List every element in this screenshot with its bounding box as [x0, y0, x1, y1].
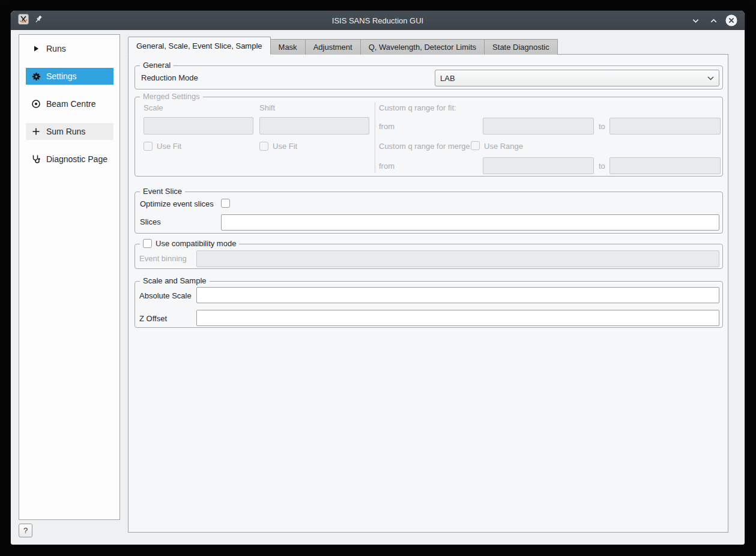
use-fit-shift-label: Use Fit: [273, 142, 297, 151]
use-compatibility-mode-checkbox[interactable]: [143, 239, 152, 248]
general-group: General Reduction Mode LAB: [135, 65, 723, 89]
use-fit-scale-checkbox[interactable]: [144, 142, 153, 151]
use-fit-shift-checkbox[interactable]: [259, 142, 268, 151]
scale-label: Scale: [144, 103, 163, 112]
minimize-button[interactable]: [689, 14, 701, 26]
reduction-mode-dropdown[interactable]: LAB: [435, 70, 719, 86]
sidebar-item-sum-runs[interactable]: Sum Runs: [26, 123, 113, 140]
event-slice-group: Event Slice Optimize event slices Slices: [135, 192, 723, 234]
reduction-mode-label: Reduction Mode: [141, 73, 198, 82]
q-merge-to-label: to: [599, 162, 605, 171]
tab-general-scale-event-slice-sample[interactable]: General, Scale, Event Slice, Sample: [128, 37, 271, 55]
event-binning-label: Event binning: [139, 254, 187, 263]
q-fit-from-input[interactable]: [483, 118, 594, 134]
help-button[interactable]: ?: [19, 524, 32, 537]
sidebar-nav: Runs Settings: [19, 34, 120, 520]
sidebar-item-diagnostic-page[interactable]: Diagnostic Page: [26, 151, 113, 168]
absolute-scale-label: Absolute Scale: [139, 291, 192, 300]
sidebar-item-runs[interactable]: Runs: [26, 40, 113, 57]
custom-q-merge-label: Custom q range for merge:: [379, 142, 472, 151]
sidebar-item-label: Settings: [46, 71, 77, 81]
slices-input[interactable]: [221, 214, 719, 231]
plus-icon: [31, 127, 41, 136]
compatibility-mode-title: Use compatibility mode: [140, 239, 239, 248]
sidebar-item-label: Sum Runs: [46, 127, 85, 136]
pin-icon[interactable]: [34, 14, 43, 26]
tab-state-diagnostic[interactable]: State Diagnostic: [484, 39, 558, 55]
chevron-down-icon: [707, 76, 714, 80]
use-range-label: Use Range: [484, 142, 523, 151]
q-fit-to-input[interactable]: [609, 118, 721, 134]
tab-adjustment[interactable]: Adjustment: [305, 39, 361, 55]
optimize-event-slices-checkbox[interactable]: [221, 199, 230, 208]
desktop-background: ISIS SANS Reduction GUI: [0, 0, 756, 556]
general-group-title: General: [140, 61, 174, 70]
tab-bar: General, Scale, Event Slice, Sample Mask…: [128, 37, 557, 55]
window-body: Runs Settings: [11, 30, 745, 545]
sidebar-item-label: Beam Centre: [46, 99, 95, 109]
window-title: ISIS SANS Reduction GUI: [11, 16, 745, 25]
q-fit-from-label: from: [379, 122, 395, 131]
optimize-event-slices-label: Optimize event slices: [140, 199, 214, 208]
shift-label: Shift: [259, 103, 275, 112]
maximize-button[interactable]: [707, 14, 719, 26]
app-icon: [18, 14, 29, 27]
tab-mask[interactable]: Mask: [270, 39, 306, 55]
q-merge-from-input[interactable]: [483, 157, 594, 174]
shift-input[interactable]: [259, 117, 369, 134]
event-slice-group-title: Event Slice: [140, 187, 185, 196]
merged-settings-group-title: Merged Settings: [140, 92, 203, 101]
titlebar[interactable]: ISIS SANS Reduction GUI: [11, 11, 745, 30]
compatibility-mode-group: Use compatibility mode Event binning: [135, 244, 723, 269]
q-merge-from-label: from: [379, 162, 395, 171]
sidebar-item-label: Runs: [46, 44, 66, 53]
gear-icon: [31, 72, 41, 81]
scale-input[interactable]: [144, 117, 253, 134]
z-offset-label: Z Offset: [139, 314, 167, 323]
close-button[interactable]: [725, 14, 737, 26]
scale-and-sample-group: Scale and Sample Absolute Scale Z Offset: [135, 281, 723, 328]
absolute-scale-input[interactable]: [196, 287, 719, 303]
merged-settings-divider: [375, 102, 375, 173]
merged-settings-group: Merged Settings Scale Use Fit Shift Use …: [135, 97, 723, 177]
settings-tab-pane: General Reduction Mode LAB Merged Settin…: [128, 54, 728, 533]
tab-q-wavelength-detector-limits[interactable]: Q, Wavelength, Detector Limits: [360, 39, 485, 55]
use-compatibility-mode-label: Use compatibility mode: [156, 239, 236, 248]
sidebar-item-label: Diagnostic Page: [46, 154, 107, 164]
event-binning-input[interactable]: [196, 250, 719, 267]
app-window: ISIS SANS Reduction GUI: [11, 11, 745, 545]
reduction-mode-value: LAB: [440, 74, 455, 83]
q-fit-to-label: to: [599, 122, 605, 131]
sidebar-item-beam-centre[interactable]: Beam Centre: [26, 95, 113, 112]
use-range-checkbox[interactable]: [471, 141, 480, 150]
custom-q-fit-label: Custom q range for fit:: [379, 103, 456, 112]
target-icon: [31, 99, 41, 109]
use-fit-scale-label: Use Fit: [157, 142, 181, 151]
sidebar-item-settings[interactable]: Settings: [26, 68, 113, 85]
slices-label: Slices: [140, 217, 161, 226]
z-offset-input[interactable]: [196, 310, 719, 326]
stethoscope-icon: [31, 154, 41, 164]
play-icon: [31, 45, 41, 52]
scale-and-sample-group-title: Scale and Sample: [140, 276, 210, 285]
q-merge-to-input[interactable]: [609, 157, 721, 174]
